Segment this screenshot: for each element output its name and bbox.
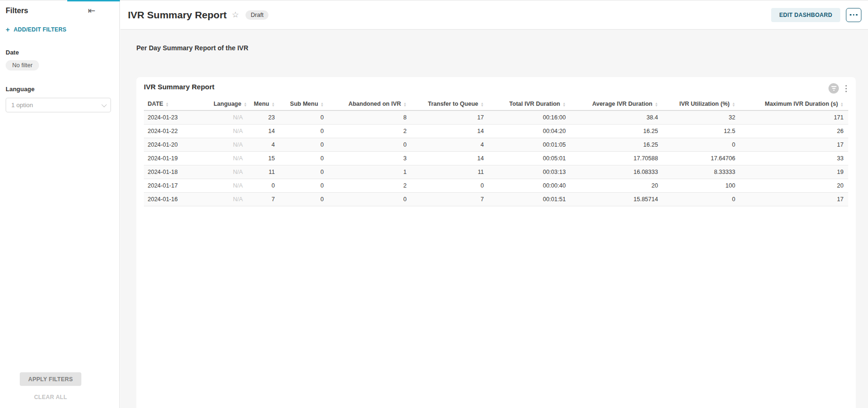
- apply-filters-button[interactable]: APPLY FILTERS: [20, 372, 81, 386]
- table-cell: 16.25: [570, 138, 663, 152]
- star-icon[interactable]: ☆: [232, 10, 239, 20]
- add-edit-filters-button[interactable]: + ADD/EDIT FILTERS: [6, 26, 114, 33]
- column-header-total-ivr-duration[interactable]: Total IVR Duration▲▼: [489, 98, 570, 110]
- table-cell: 2024-01-19: [144, 152, 210, 165]
- table-cell: 0: [279, 193, 328, 206]
- sort-icon: ▲▼: [732, 102, 735, 107]
- column-header-abandoned-on-ivr[interactable]: Abandoned on IVR▲▼: [328, 98, 411, 110]
- draft-badge: Draft: [245, 10, 268, 20]
- table-cell: 8.33333: [663, 165, 740, 179]
- column-header-date[interactable]: DATE▲▼: [144, 98, 210, 110]
- table-cell: 0: [279, 110, 328, 125]
- table-cell: 2: [328, 179, 411, 193]
- filter-label-language: Language: [6, 86, 114, 93]
- table-cell: 0: [328, 193, 411, 206]
- table-cell: 0: [279, 138, 328, 152]
- table-row: 2024-01-20N/A400400:01:0516.25017: [144, 138, 848, 152]
- table-cell: 2024-01-23: [144, 110, 210, 125]
- table-row: 2024-01-16N/A700700:01:5115.85714017: [144, 193, 848, 206]
- sort-icon: ▲▼: [271, 102, 275, 107]
- table-cell: 2024-01-18: [144, 165, 210, 179]
- table-cell: 17: [740, 193, 848, 206]
- column-header-menu[interactable]: Menu▲▼: [247, 98, 279, 110]
- table-cell: 16.08333: [570, 165, 663, 179]
- table-cell: 2: [328, 125, 411, 138]
- table-cell: N/A: [210, 165, 247, 179]
- collapse-filters-icon[interactable]: ⇤: [88, 7, 95, 15]
- filters-sidebar: Filters ⇤ + ADD/EDIT FILTERS Date No fil…: [0, 0, 120, 408]
- table-cell: 171: [740, 110, 848, 125]
- table-cell: 14: [411, 125, 489, 138]
- edit-dashboard-button[interactable]: EDIT DASHBOARD: [771, 8, 840, 22]
- column-header-transfer-to-queue[interactable]: Transfer to Queue▲▼: [411, 98, 489, 110]
- table-cell: 20: [740, 179, 848, 193]
- table-cell: 00:16:00: [489, 110, 570, 125]
- table-cell: 11: [247, 165, 279, 179]
- sort-icon: ▲▼: [562, 102, 566, 107]
- language-select-value: 1 option: [11, 102, 33, 109]
- table-cell: 0: [279, 152, 328, 165]
- table-cell: 4: [411, 138, 489, 152]
- table-row: 2024-01-22N/A14021400:04:2016.2512.526: [144, 125, 848, 138]
- sort-icon: ▲▼: [166, 102, 169, 107]
- table-cell: 17: [740, 138, 848, 152]
- table-row: 2024-01-23N/A23081700:16:0038.432171: [144, 110, 848, 125]
- app: Filters ⇤ + ADD/EDIT FILTERS Date No fil…: [0, 0, 868, 408]
- table-cell: 0: [663, 193, 740, 206]
- table-cell: 12.5: [663, 125, 740, 138]
- sort-icon: ▲▼: [244, 102, 247, 107]
- table-cell: 00:04:20: [489, 125, 570, 138]
- table-cell: 00:03:13: [489, 165, 570, 179]
- chart-title: IVR Summary Report: [144, 82, 214, 91]
- sort-icon: ▲▼: [481, 102, 484, 107]
- table-cell: 2024-01-17: [144, 179, 210, 193]
- column-header-language[interactable]: Language▲▼: [210, 98, 247, 110]
- table-header-row: DATE▲▼Language▲▼Menu▲▼Sub Menu▲▼Abandone…: [144, 98, 848, 110]
- table-cell: N/A: [210, 110, 247, 125]
- date-filter-chip[interactable]: No filter: [6, 60, 39, 71]
- ellipsis-icon: [850, 14, 858, 16]
- table-cell: N/A: [210, 138, 247, 152]
- add-edit-filters-label: ADD/EDIT FILTERS: [14, 26, 66, 33]
- column-header-sub-menu[interactable]: Sub Menu▲▼: [279, 98, 328, 110]
- table-cell: 7: [411, 193, 489, 206]
- dashboard-menu-button[interactable]: [846, 8, 861, 22]
- table-cell: 16.25: [570, 125, 663, 138]
- table-cell: 100: [663, 179, 740, 193]
- column-header-maximum-ivr-duration-s[interactable]: Maximum IVR Duration (s)▲▼: [740, 98, 848, 110]
- chevron-down-icon: [102, 102, 107, 107]
- table-cell: 20: [570, 179, 663, 193]
- clear-all-button[interactable]: CLEAR ALL: [0, 394, 101, 400]
- table-cell: 2024-01-22: [144, 125, 210, 138]
- table-cell: 0: [247, 179, 279, 193]
- table-cell: 19: [740, 165, 848, 179]
- language-filter-select[interactable]: 1 option: [6, 98, 111, 112]
- table-cell: 15.85714: [570, 193, 663, 206]
- sort-icon: ▲▼: [840, 102, 844, 107]
- table-cell: 7: [247, 193, 279, 206]
- main-area: IVR Summary Report ☆ Draft EDIT DASHBOAR…: [120, 0, 868, 408]
- column-header-ivr-utilization[interactable]: IVR Utilization (%)▲▼: [663, 98, 740, 110]
- table-cell: 1: [328, 165, 411, 179]
- table-cell: 26: [740, 125, 848, 138]
- table-cell: 00:01:51: [489, 193, 570, 206]
- table-cell: 15: [247, 152, 279, 165]
- sort-icon: ▲▼: [321, 102, 324, 107]
- table-row: 2024-01-18N/A11011100:03:1316.083338.333…: [144, 165, 848, 179]
- accent-bar: [67, 0, 120, 1]
- table-cell: 14: [247, 125, 279, 138]
- table-cell: 23: [247, 110, 279, 125]
- applied-filters-icon[interactable]: [829, 83, 839, 94]
- table-cell: 33: [740, 152, 848, 165]
- dashboard-header: IVR Summary Report ☆ Draft EDIT DASHBOAR…: [120, 0, 868, 30]
- table-cell: 0: [279, 165, 328, 179]
- table-cell: 0: [663, 138, 740, 152]
- column-header-average-ivr-duration[interactable]: Average IVR Duration▲▼: [570, 98, 663, 110]
- table-row: 2024-01-19N/A15031400:05:0117.7058817.64…: [144, 152, 848, 165]
- table-cell: 0: [411, 179, 489, 193]
- report-table: DATE▲▼Language▲▼Menu▲▼Sub Menu▲▼Abandone…: [144, 98, 848, 206]
- table-cell: 00:05:01: [489, 152, 570, 165]
- table-cell: N/A: [210, 179, 247, 193]
- chart-menu-icon[interactable]: [844, 85, 848, 93]
- table-cell: 8: [328, 110, 411, 125]
